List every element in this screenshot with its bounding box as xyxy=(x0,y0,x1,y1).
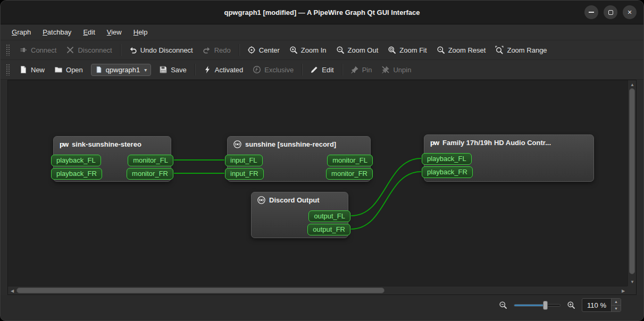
audio-device-icon xyxy=(233,140,241,148)
scroll-down-icon[interactable]: ▼ xyxy=(628,277,637,286)
edit-pencil-icon xyxy=(310,65,319,74)
port-monitor-fl[interactable]: monitor_FL xyxy=(128,155,173,166)
toolbar-graph: Connect Disconnect Undo Disconnect Redo … xyxy=(1,40,643,60)
scroll-up-icon[interactable]: ▲ xyxy=(628,80,637,89)
pin-button[interactable]: Pin xyxy=(346,63,377,77)
zoom-spinbox[interactable]: 110 % ▲ ▼ xyxy=(582,298,621,312)
toolbar-patchbay: New Open qpwgraph1 ▾ Save Activated Excl… xyxy=(1,60,643,80)
toolbar-drag-handle[interactable] xyxy=(6,44,10,56)
menu-edit[interactable]: Edit xyxy=(77,26,101,38)
maximize-icon xyxy=(608,10,613,15)
toolbar-separator xyxy=(195,64,195,75)
menu-patchbay[interactable]: Patchbay xyxy=(37,26,77,38)
undo-disconnect-button[interactable]: Undo Disconnect xyxy=(124,43,198,57)
port-playback-fl[interactable]: playback_FL xyxy=(51,155,101,166)
edit-button[interactable]: Edit xyxy=(305,63,338,77)
toolbar-separator xyxy=(120,44,121,56)
zoom-slider[interactable] xyxy=(514,304,561,307)
toolbar-separator xyxy=(239,44,239,56)
port-playback-fr[interactable]: playback_FR xyxy=(422,166,473,178)
disconnect-icon xyxy=(66,46,74,54)
port-playback-fr[interactable]: playback_FR xyxy=(51,168,102,180)
maximize-button[interactable] xyxy=(604,5,617,19)
node-family-hd-audio[interactable]: pw Family 17h/19h HD Audio Contr... play… xyxy=(424,134,594,182)
port-input-fl[interactable]: input_FL xyxy=(225,155,263,166)
menu-graph[interactable]: Graph xyxy=(6,26,37,38)
window-title: qpwgraph1 [modified] — A PipeWire Graph … xyxy=(224,9,420,16)
spin-down-icon[interactable]: ▼ xyxy=(612,305,621,312)
port-monitor-fr[interactable]: monitor_FR xyxy=(326,168,373,180)
horizontal-scrollbar[interactable]: ◀ ▶ xyxy=(8,286,628,294)
scrollbar-corner xyxy=(628,286,636,294)
port-output-fl[interactable]: output_FL xyxy=(308,210,350,222)
port-playback-fl[interactable]: playback_FL xyxy=(422,153,472,165)
center-button[interactable]: Center xyxy=(242,43,285,57)
spin-up-icon[interactable]: ▲ xyxy=(612,299,621,305)
node-sunshine-record[interactable]: sunshine [sunshine-record] input_FL inpu… xyxy=(227,136,371,182)
minimize-icon xyxy=(589,12,594,13)
zoom-reset-button[interactable]: Zoom Reset xyxy=(432,43,491,57)
vertical-scrollbar-thumb[interactable] xyxy=(629,88,635,274)
close-button[interactable]: × xyxy=(623,5,637,19)
undo-icon xyxy=(129,46,137,54)
audio-device-icon xyxy=(257,196,265,204)
menu-help[interactable]: Help xyxy=(128,26,154,38)
node-title: sink-sunshine-stereo xyxy=(72,140,141,148)
port-input-fr[interactable]: input_FR xyxy=(225,168,264,180)
node-discord-output[interactable]: Discord Output output_FL output_FR xyxy=(251,192,348,238)
window-controls: × xyxy=(584,1,637,24)
minimize-button[interactable] xyxy=(584,5,598,19)
pin-icon xyxy=(350,65,359,74)
zoom-in-icon[interactable] xyxy=(567,301,575,309)
port-monitor-fr[interactable]: monitor_FR xyxy=(127,168,173,180)
zoom-range-button[interactable]: Zoom Range xyxy=(490,43,551,57)
exclusive-toggle[interactable]: Exclusive xyxy=(248,63,298,77)
pipewire-icon: pw xyxy=(430,139,439,147)
zoom-in-button[interactable]: Zoom In xyxy=(285,43,331,57)
node-sink-sunshine-stereo[interactable]: pw sink-sunshine-stereo playback_FL play… xyxy=(53,136,171,182)
exclusive-icon xyxy=(253,65,261,74)
zoom-fit-button[interactable]: Zoom Fit xyxy=(383,43,431,57)
toolbar-separator xyxy=(302,64,302,75)
new-file-icon xyxy=(19,65,28,74)
unpin-button[interactable]: Unpin xyxy=(377,63,416,77)
node-title: sunshine [sunshine-record] xyxy=(245,140,336,148)
vertical-scrollbar[interactable]: ▲ ▼ xyxy=(628,80,636,286)
scroll-right-icon[interactable]: ▶ xyxy=(619,286,628,295)
zoom-reset-icon xyxy=(437,46,445,54)
redo-button[interactable]: Redo xyxy=(198,43,236,57)
scroll-left-icon[interactable]: ◀ xyxy=(8,286,16,295)
save-button[interactable]: Save xyxy=(154,63,191,77)
titlebar[interactable]: qpwgraph1 [modified] — A PipeWire Graph … xyxy=(1,1,643,24)
patchbay-profile-combo[interactable]: qpwgraph1 ▾ xyxy=(91,64,151,76)
toolbar-separator xyxy=(342,64,342,75)
connect-button[interactable]: Connect xyxy=(14,43,61,57)
pipewire-icon: pw xyxy=(60,140,68,148)
menubar: Graph Patchbay Edit View Help xyxy=(1,24,643,40)
port-output-fr[interactable]: output_FR xyxy=(307,224,350,235)
open-button[interactable]: Open xyxy=(49,63,88,77)
zoom-out-button[interactable]: Zoom Out xyxy=(331,43,383,57)
node-title: Discord Output xyxy=(269,196,320,204)
zoom-slider-handle[interactable] xyxy=(543,301,548,310)
zoom-out-icon xyxy=(336,46,345,54)
connect-icon xyxy=(19,46,28,54)
port-monitor-fl[interactable]: monitor_FL xyxy=(327,155,373,166)
toolbar-drag-handle[interactable] xyxy=(6,64,10,75)
disconnect-button[interactable]: Disconnect xyxy=(61,43,116,57)
menu-view[interactable]: View xyxy=(101,26,128,38)
new-button[interactable]: New xyxy=(14,63,49,77)
zoom-value[interactable]: 110 % xyxy=(582,299,611,311)
redo-icon xyxy=(203,46,211,54)
zoom-slider-fill xyxy=(514,305,545,306)
center-icon xyxy=(247,46,256,54)
graph-canvas[interactable]: pw sink-sunshine-stereo playback_FL play… xyxy=(7,80,637,295)
chevron-down-icon: ▾ xyxy=(144,67,147,73)
node-title: Family 17h/19h HD Audio Contr... xyxy=(442,139,551,147)
zoom-fit-icon xyxy=(388,46,396,54)
horizontal-scrollbar-thumb[interactable] xyxy=(16,288,384,293)
activated-toggle[interactable]: Activated xyxy=(198,63,248,77)
connection-layer xyxy=(8,80,638,297)
zoom-out-icon[interactable] xyxy=(499,301,507,309)
app-window: qpwgraph1 [modified] — A PipeWire Graph … xyxy=(0,0,644,321)
